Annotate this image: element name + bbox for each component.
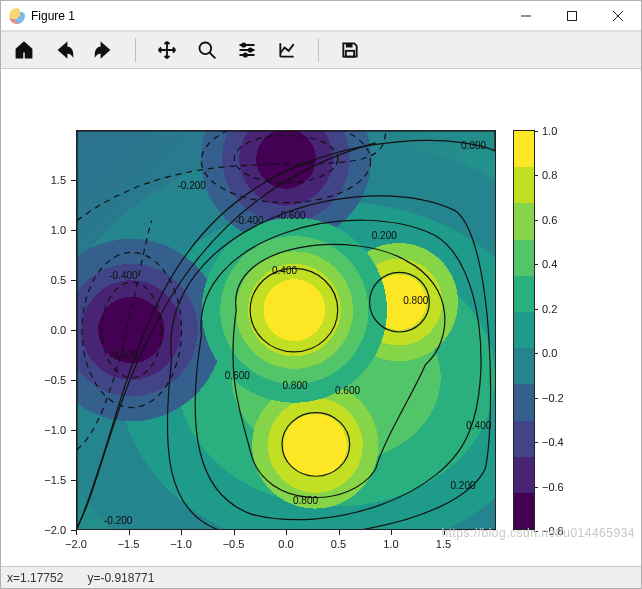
colorbar-tick-label: 0.0 [542,347,557,359]
xtick [339,530,340,535]
colorbar-tick-label: 0.8 [542,169,557,181]
contour-label: 0.800 [282,380,309,391]
colorbar-tick-label: 1.0 [542,125,557,137]
colorbar-tick [534,309,538,310]
minimize-button[interactable] [503,1,549,31]
ytick-label: 1.0 [51,224,66,236]
contour-label: 0.600 [224,370,251,381]
contour-lines [77,131,495,529]
colorbar-band [514,384,534,420]
colorbar-tick-label: 0.2 [542,303,557,315]
colorbar-band [514,421,534,457]
axes-frame: 0.000-0.200-0.200-0.400-0.400-0.600-0.60… [76,130,496,530]
contour-label: 0.600 [334,385,361,396]
colorbar-band [514,131,534,167]
zoom-button[interactable] [192,36,222,64]
close-button[interactable] [595,1,641,31]
colorbar-tick [534,131,538,132]
figure-canvas[interactable]: 0.000-0.200-0.200-0.400-0.400-0.600-0.60… [1,70,641,566]
forward-button[interactable] [89,36,119,64]
contour-label: 0.000 [460,140,487,151]
toolbar-separator [318,38,319,62]
xtick [76,530,77,535]
axes[interactable]: 0.000-0.200-0.200-0.400-0.400-0.600-0.60… [76,130,496,530]
matplotlib-toolbar [1,31,641,69]
window-titlebar: Figure 1 [1,1,641,31]
xtick-label: −1.5 [118,538,140,550]
contour-label: -0.600 [276,210,306,221]
colorbar-tick [534,531,538,532]
contour-label: 0.400 [271,265,298,276]
ytick-label: −1.5 [44,474,66,486]
xtick-label: 1.5 [436,538,451,550]
colorbar-tick [534,442,538,443]
xtick [444,530,445,535]
xtick-label: −1.0 [170,538,192,550]
cursor-y: y=-0.918771 [87,571,154,585]
cursor-x: x=1.17752 [7,571,63,585]
ytick-label: 1.5 [51,174,66,186]
svg-point-7 [250,268,338,352]
ytick [71,330,76,331]
colorbar-band [514,493,534,529]
colorbar-band [514,457,534,493]
app-icon [9,8,25,24]
xtick-label: −0.5 [223,538,245,550]
xtick [391,530,392,535]
colorbar-band [514,276,534,312]
contour-label: 0.800 [402,295,429,306]
svg-point-9 [282,413,350,477]
edit-axes-button[interactable] [272,36,302,64]
colorbar-band [514,167,534,203]
colorbar-tick [534,220,538,221]
save-button[interactable] [335,36,365,64]
colorbar-tick [534,175,538,176]
xtick-label: 0.0 [278,538,293,550]
colorbar-band [514,312,534,348]
ytick-label: 0.5 [51,274,66,286]
contour-label: -0.400 [108,270,138,281]
contour-label: 0.200 [450,480,477,491]
colorbar-tick-label: −0.2 [542,392,564,404]
colorbar-tick-label: −0.6 [542,481,564,493]
back-button[interactable] [49,36,79,64]
svg-rect-6 [346,51,354,57]
ytick-label: 0.0 [51,324,66,336]
colorbar-band [514,240,534,276]
colorbar-tick [534,487,538,488]
pan-button[interactable] [152,36,182,64]
configure-subplots-button[interactable] [232,36,262,64]
colorbar-band [514,348,534,384]
xtick [181,530,182,535]
contour-label: 0.800 [292,495,319,506]
xtick [234,530,235,535]
xtick-label: −2.0 [65,538,87,550]
ytick-label: −1.0 [44,424,66,436]
ytick [71,180,76,181]
home-button[interactable] [9,36,39,64]
xtick-label: 1.0 [383,538,398,550]
xtick-label: 0.5 [331,538,346,550]
contour-label: -0.200 [177,180,207,191]
svg-point-4 [244,53,247,56]
ytick-label: −0.5 [44,374,66,386]
svg-point-13 [201,131,370,203]
colorbar-tick-label: −0.8 [542,525,564,537]
contour-label: 0.200 [371,230,398,241]
colorbar: −0.8−0.6−0.4−0.20.00.20.40.60.81.0 [513,130,535,530]
ytick [71,230,76,231]
ytick [71,280,76,281]
xtick [129,530,130,535]
window-title: Figure 1 [31,9,75,23]
svg-point-3 [249,48,252,51]
xtick [286,530,287,535]
toolbar-separator [135,38,136,62]
contour-label: -0.200 [103,515,133,526]
ytick [71,380,76,381]
maximize-button[interactable] [549,1,595,31]
svg-point-11 [234,135,338,183]
colorbar-tick-label: 0.4 [542,258,557,270]
colorbar-tick-label: 0.6 [542,214,557,226]
colorbar-tick [534,353,538,354]
colorbar-tick-label: −0.4 [542,436,564,448]
